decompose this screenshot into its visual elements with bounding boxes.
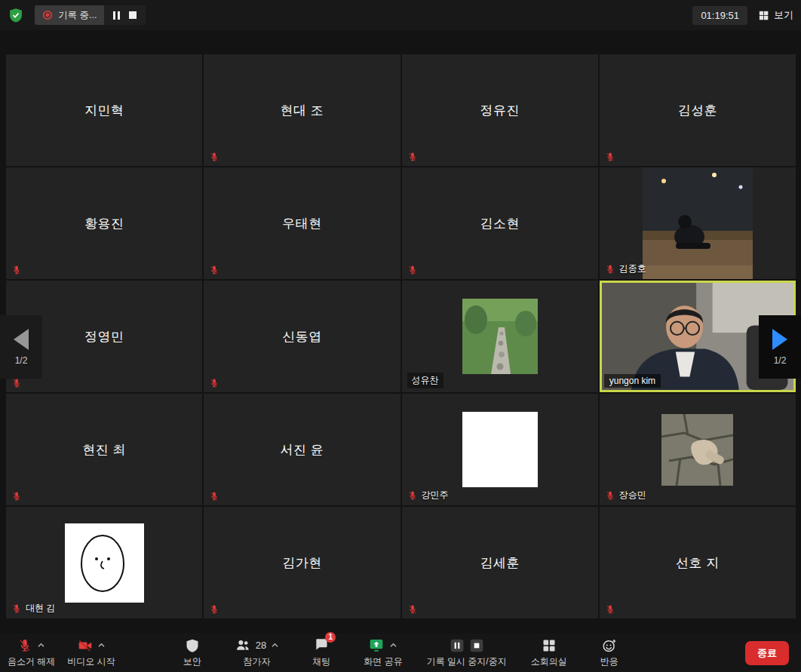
reactions-label: 반응 (600, 655, 618, 668)
view-button[interactable]: 보기 (758, 8, 793, 22)
reactions-button[interactable]: 반응 (591, 637, 628, 668)
muted-mic-icon (605, 264, 615, 275)
muted-mic-icon (407, 152, 418, 162)
participants-label: 참가자 (244, 655, 271, 668)
participant-photo (462, 299, 538, 374)
muted-mic-icon (407, 604, 418, 615)
page-prev-icon (14, 329, 29, 350)
reactions-icon (602, 638, 617, 653)
page-next-icon (772, 329, 787, 350)
pause-recording-icon[interactable] (450, 638, 465, 653)
participant-tile[interactable]: 김가현 (204, 507, 400, 618)
security-button[interactable]: 보안 (174, 637, 210, 668)
muted-mic-icon (209, 604, 219, 615)
muted-mic-icon (209, 378, 219, 388)
muted-mic-icon (17, 638, 32, 653)
participant-tile[interactable]: 강민주 (402, 394, 598, 505)
muted-mic-icon (11, 603, 22, 614)
previous-page-button[interactable]: 1/2 (0, 315, 42, 379)
pause-recording-button[interactable] (113, 11, 120, 20)
participant-photo (65, 523, 144, 603)
muted-mic-icon (407, 490, 418, 501)
breakout-rooms-icon (542, 638, 557, 653)
chevron-up-icon[interactable] (389, 643, 397, 648)
security-label: 보안 (183, 655, 201, 668)
participant-tile[interactable]: 성유찬 (402, 281, 598, 392)
participant-tile[interactable]: 황용진 (6, 167, 202, 279)
participant-name: 김종호 (619, 262, 646, 275)
participant-tile[interactable]: 장승민 (600, 394, 796, 505)
muted-mic-icon (209, 152, 219, 162)
participant-video (643, 167, 753, 279)
participant-name: 현대 조 (281, 102, 324, 119)
chevron-up-icon[interactable] (97, 643, 106, 648)
participants-button[interactable]: 28 참가자 (235, 637, 279, 668)
start-video-button[interactable]: 비디오 시작 (67, 637, 115, 668)
participant-tile[interactable]: 김종호 (600, 167, 796, 279)
breakout-rooms-button[interactable]: 소회의실 (531, 637, 567, 668)
muted-mic-icon (605, 152, 615, 162)
page-indicator: 1/2 (15, 355, 28, 366)
participant-tile[interactable]: 신동엽 (204, 281, 400, 392)
recording-indicator: 기록 중... (35, 5, 146, 25)
page-indicator: 1/2 (774, 355, 787, 366)
participant-name: 김성훈 (678, 102, 718, 119)
start-video-label: 비디오 시작 (67, 655, 115, 668)
participant-tile[interactable]: 정유진 (402, 54, 598, 166)
grid-view-icon (758, 10, 769, 21)
participant-name: 신동엽 (282, 328, 322, 345)
share-screen-button[interactable]: 화면 공유 (364, 637, 402, 668)
participant-tile[interactable]: 김소현 (402, 167, 598, 279)
record-dot-icon (42, 10, 53, 20)
participant-tile[interactable]: 현진 최 (6, 394, 202, 505)
participant-name: 선호 지 (676, 554, 720, 572)
participant-photo (462, 412, 538, 487)
stop-recording-icon[interactable] (469, 638, 484, 653)
chat-button[interactable]: 1 채팅 (303, 637, 339, 668)
muted-mic-icon (209, 491, 219, 502)
chevron-up-icon[interactable] (271, 643, 279, 648)
meeting-toolbar: 음소거 해제 비디오 시작 보안 28 참가자 (0, 634, 801, 672)
participant-name: 우태현 (282, 215, 322, 232)
muted-mic-icon (11, 265, 22, 275)
top-bar: 기록 중... 01:19:51 보기 (0, 0, 801, 30)
participant-name: yungon kim (609, 376, 655, 386)
muted-mic-icon (11, 491, 22, 502)
participant-name: 황용진 (84, 215, 124, 232)
shield-check-icon (8, 8, 23, 23)
participant-tile[interactable]: 현대 조 (204, 54, 400, 166)
share-screen-icon (368, 637, 385, 653)
participant-tile[interactable]: 서진 윤 (204, 394, 400, 505)
muted-mic-icon (407, 265, 418, 275)
participant-name: 성유찬 (412, 374, 439, 387)
chat-badge: 1 (325, 632, 336, 643)
participant-tile[interactable]: 선호 지 (600, 507, 796, 618)
participant-name: 김소현 (480, 215, 520, 232)
view-label: 보기 (774, 8, 793, 22)
participant-name: 정유진 (480, 102, 520, 119)
participant-name: 김세훈 (480, 554, 520, 572)
participant-tile[interactable]: 대현 김 (6, 507, 202, 618)
participant-tile[interactable]: 우태현 (204, 167, 400, 279)
participant-tile[interactable]: 지민혁 (6, 54, 202, 166)
muted-mic-icon (605, 604, 615, 615)
recording-label: 기록 중... (58, 9, 97, 22)
security-shield-button[interactable] (8, 7, 24, 23)
stop-recording-button[interactable] (129, 11, 137, 19)
end-meeting-button[interactable]: 종료 (745, 641, 789, 665)
participant-name: 지민혁 (84, 102, 124, 119)
participants-count: 28 (256, 640, 266, 651)
participant-name: 정영민 (84, 328, 124, 345)
chevron-up-icon[interactable] (37, 643, 45, 648)
participant-name: 서진 윤 (281, 441, 324, 459)
video-grid: 지민혁 현대 조 정유진 김성훈 황용진 우태현 김소현 김종호 정영민 (6, 54, 796, 618)
muted-mic-icon (605, 490, 615, 501)
record-pause-stop-button[interactable]: 기록 일시 중지/중지 (427, 637, 507, 668)
meeting-timer: 01:19:51 (692, 6, 747, 25)
participant-tile[interactable]: 김성훈 (600, 54, 796, 166)
chat-label: 채팅 (312, 655, 330, 668)
unmute-label: 음소거 해제 (8, 655, 55, 668)
next-page-button[interactable]: 1/2 (759, 315, 801, 379)
unmute-button[interactable]: 음소거 해제 (8, 637, 55, 668)
participant-tile[interactable]: 김세훈 (402, 507, 598, 618)
